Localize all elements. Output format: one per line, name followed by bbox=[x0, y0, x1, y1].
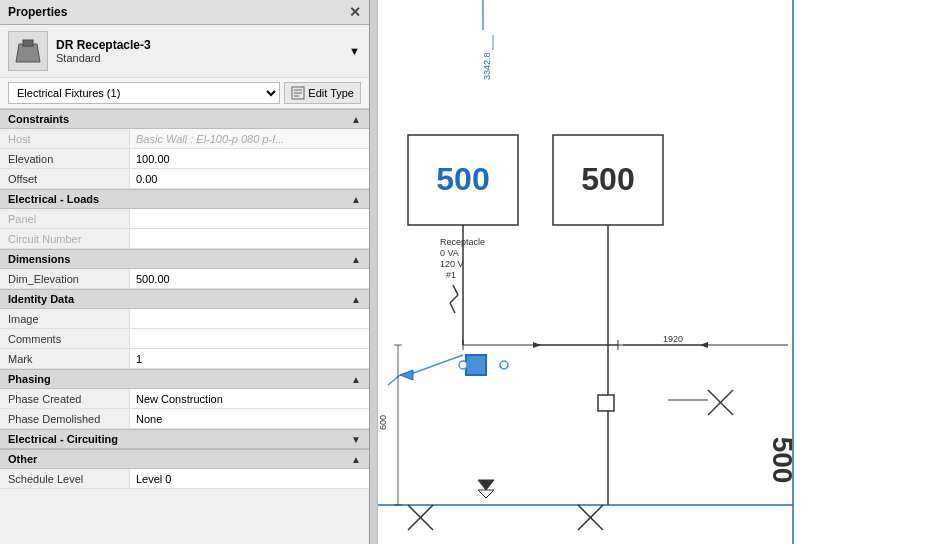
prop-schedule-level: Schedule Level Level 0 bbox=[0, 469, 369, 489]
type-selector-row: Electrical Fixtures (1) Edit Type bbox=[0, 78, 369, 109]
prop-schedule-level-label: Schedule Level bbox=[0, 469, 130, 488]
prop-image-label: Image bbox=[0, 309, 130, 328]
section-electrical-loads[interactable]: Electrical - Loads ▲ bbox=[0, 189, 369, 209]
left-scrollbar[interactable] bbox=[370, 0, 378, 544]
prop-panel: Panel bbox=[0, 209, 369, 229]
prop-elevation-value[interactable]: 100.00 bbox=[130, 149, 369, 168]
element-name: DR Receptacle-3 bbox=[56, 38, 341, 52]
small-symbol bbox=[598, 395, 614, 411]
section-electrical-circuiting[interactable]: Electrical - Circuiting ▼ bbox=[0, 429, 369, 449]
prop-host-label: Host bbox=[0, 129, 130, 148]
dim-1920-label: 1920 bbox=[663, 334, 683, 344]
prop-offset: Offset 0.00 bbox=[0, 169, 369, 189]
prop-comments: Comments bbox=[0, 329, 369, 349]
prop-dim-elevation-value[interactable]: 500.00 bbox=[130, 269, 369, 288]
svg-line-9 bbox=[450, 303, 455, 313]
section-phasing[interactable]: Phasing ▲ bbox=[0, 369, 369, 389]
canvas-area[interactable]: 3342.8 500 500 Receptacle 0 VA 120 V #1 … bbox=[370, 0, 933, 544]
prop-phase-created: Phase Created New Construction bbox=[0, 389, 369, 409]
edit-type-icon bbox=[291, 86, 305, 100]
edit-type-button[interactable]: Edit Type bbox=[284, 82, 361, 104]
prop-mark-label: Mark bbox=[0, 349, 130, 368]
prop-phase-demolished: Phase Demolished None bbox=[0, 409, 369, 429]
prop-mark: Mark 1 bbox=[0, 349, 369, 369]
section-phasing-label: Phasing bbox=[8, 373, 51, 385]
prop-elevation: Elevation 100.00 bbox=[0, 149, 369, 169]
prop-phase-created-value[interactable]: New Construction bbox=[130, 389, 369, 408]
prop-host-value: Basic Wall : El-100-p 080 p-I... bbox=[130, 129, 369, 148]
properties-table: Constraints ▲ Host Basic Wall : El-100-p… bbox=[0, 109, 369, 544]
prop-panel-label: Panel bbox=[0, 209, 130, 228]
section-phasing-toggle[interactable]: ▲ bbox=[351, 374, 361, 385]
prop-phase-demolished-label: Phase Demolished bbox=[0, 409, 130, 428]
prop-dim-elevation-label: Dim_Elevation bbox=[0, 269, 130, 288]
handle-right bbox=[500, 361, 508, 369]
panel-title: Properties bbox=[8, 5, 67, 19]
prop-dim-elevation: Dim_Elevation 500.00 bbox=[0, 269, 369, 289]
section-dimensions[interactable]: Dimensions ▲ bbox=[0, 249, 369, 269]
element-type: Standard bbox=[56, 52, 341, 64]
section-dimensions-toggle[interactable]: ▲ bbox=[351, 254, 361, 265]
panel-title-bar: Properties ✕ bbox=[0, 0, 369, 25]
prop-elevation-label: Elevation bbox=[0, 149, 130, 168]
section-constraints-toggle[interactable]: ▲ bbox=[351, 114, 361, 125]
dim-3342-label: 3342.8 bbox=[482, 52, 492, 80]
type-dropdown[interactable]: Electrical Fixtures (1) bbox=[8, 82, 280, 104]
element-icon bbox=[8, 31, 48, 71]
properties-panel: Properties ✕ DR Receptacle-3 Standard ▼ … bbox=[0, 0, 370, 544]
element-header: DR Receptacle-3 Standard ▼ bbox=[0, 25, 369, 78]
prop-host: Host Basic Wall : El-100-p 080 p-I... bbox=[0, 129, 369, 149]
prop-panel-value[interactable] bbox=[130, 209, 369, 228]
selected-fixture bbox=[466, 355, 486, 375]
prop-mark-value[interactable]: 1 bbox=[130, 349, 369, 368]
fixture-leader bbox=[408, 355, 463, 375]
receptacle-num: #1 bbox=[446, 270, 456, 280]
panel-close-button[interactable]: ✕ bbox=[349, 4, 361, 20]
nav-arrow-down2 bbox=[478, 490, 494, 498]
section-other[interactable]: Other ▲ bbox=[0, 449, 369, 469]
element-info: DR Receptacle-3 Standard bbox=[56, 38, 341, 64]
svg-line-7 bbox=[453, 285, 458, 295]
section-electrical-circuiting-label: Electrical - Circuiting bbox=[8, 433, 118, 445]
prop-circuit-number-value[interactable] bbox=[130, 229, 369, 248]
section-other-label: Other bbox=[8, 453, 37, 465]
prop-phase-demolished-value[interactable]: None bbox=[130, 409, 369, 428]
prop-image: Image bbox=[0, 309, 369, 329]
prop-comments-label: Comments bbox=[0, 329, 130, 348]
section-electrical-loads-toggle[interactable]: ▲ bbox=[351, 194, 361, 205]
prop-circuit-number: Circuit Number bbox=[0, 229, 369, 249]
prop-image-value[interactable] bbox=[130, 309, 369, 328]
drawing-canvas: 3342.8 500 500 Receptacle 0 VA 120 V #1 … bbox=[378, 0, 933, 544]
receptacle-va: 0 VA bbox=[440, 248, 459, 258]
prop-circuit-number-label: Circuit Number bbox=[0, 229, 130, 248]
nav-arrow-down bbox=[478, 480, 494, 490]
section-identity-data-toggle[interactable]: ▲ bbox=[351, 294, 361, 305]
section-identity-data[interactable]: Identity Data ▲ bbox=[0, 289, 369, 309]
prop-phase-created-label: Phase Created bbox=[0, 389, 130, 408]
prop-offset-label: Offset bbox=[0, 169, 130, 188]
section-constraints[interactable]: Constraints ▲ bbox=[0, 109, 369, 129]
box2-label: 500 bbox=[581, 161, 634, 197]
dim-600-label: 600 bbox=[378, 415, 388, 430]
element-dropdown-arrow[interactable]: ▼ bbox=[349, 45, 361, 57]
dim-500-vert: 500 bbox=[767, 437, 798, 484]
svg-marker-0 bbox=[16, 44, 40, 62]
section-dimensions-label: Dimensions bbox=[8, 253, 70, 265]
svg-line-8 bbox=[450, 295, 458, 303]
prop-comments-value[interactable] bbox=[130, 329, 369, 348]
section-constraints-label: Constraints bbox=[8, 113, 69, 125]
receptacle-v: 120 V bbox=[440, 259, 464, 269]
svg-rect-1 bbox=[23, 40, 33, 46]
box1-label: 500 bbox=[436, 161, 489, 197]
svg-marker-15 bbox=[700, 342, 708, 348]
section-other-toggle[interactable]: ▲ bbox=[351, 454, 361, 465]
svg-marker-13 bbox=[533, 342, 541, 348]
handle-left bbox=[459, 361, 467, 369]
section-electrical-circuiting-toggle[interactable]: ▼ bbox=[351, 434, 361, 445]
prop-schedule-level-value[interactable]: Level 0 bbox=[130, 469, 369, 488]
edit-type-label: Edit Type bbox=[308, 87, 354, 99]
fixture-symbol bbox=[400, 370, 413, 380]
fixture-icon bbox=[11, 34, 45, 68]
section-electrical-loads-label: Electrical - Loads bbox=[8, 193, 99, 205]
prop-offset-value[interactable]: 0.00 bbox=[130, 169, 369, 188]
